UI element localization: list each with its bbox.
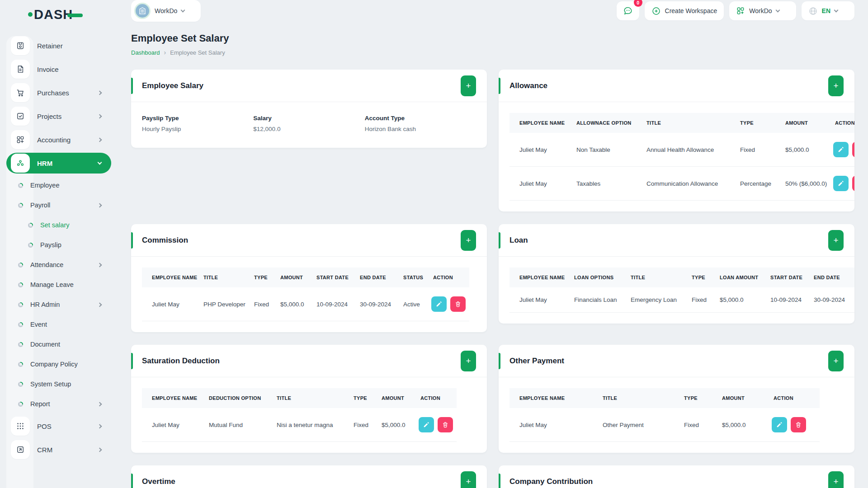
sidebar-item-employee[interactable]: Employee [0,176,111,194]
add-overtime-button[interactable]: + [461,471,476,488]
plus-icon: + [833,236,838,244]
cell: $5,000.0 [714,408,765,442]
table-row: Juliet MayMutual FundNisi a tenetur magn… [142,408,457,442]
edit-button[interactable] [772,417,787,432]
sidebar-item-retainer[interactable]: Retainer [0,35,111,56]
sidebar-item-payroll[interactable]: Payroll [0,196,111,214]
card-header: Commission + [131,224,487,257]
card-company-contribution: Company Contribution + [499,465,854,488]
sidebar-item-event[interactable]: Event [0,315,111,333]
sidebar-item-company-policy[interactable]: Company Policy [0,355,111,373]
language-label: EN [822,7,830,14]
plus-icon: + [466,236,471,244]
workspace-menu-label: WorkDo [749,7,772,14]
workspace-selector[interactable]: WorkDo [131,0,201,22]
sidebar-item-attendance[interactable]: Attendance [0,256,111,274]
sidebar-item-label: Event [30,321,111,328]
add-allowance-button[interactable]: + [828,75,844,96]
grid-plus-icon [736,6,745,15]
sidebar-item-document[interactable]: Document [0,335,111,353]
cell: 10-09-2024 [762,287,806,313]
salary-field: Payslip Type Hourly Payslip [142,115,253,132]
cell: PHP Developer [195,287,246,321]
delete-button[interactable] [791,417,806,432]
delete-button[interactable] [450,296,466,312]
column-header: TYPE [732,113,777,133]
card-header: Employee Salary + [131,70,487,102]
create-workspace-button[interactable]: Create Workspace [645,1,724,20]
sidebar-item-crm[interactable]: CRM [0,439,111,460]
bullet-icon [18,282,23,287]
sidebar-item-purchases[interactable]: Purchases [0,82,111,103]
delete-button[interactable] [852,142,854,157]
add-company-contribution-button[interactable]: + [828,471,844,488]
chevron-right-icon [98,90,102,95]
pencil-icon [435,300,443,308]
sidebar-item-manage-leave[interactable]: Manage Leave [0,276,111,294]
chevron-right-icon [98,263,102,267]
sidebar-item-set-salary[interactable]: Set salary [0,216,111,234]
chevron-right-icon [98,137,102,142]
add-loan-button[interactable]: + [828,230,844,251]
add-other-payment-button[interactable]: + [828,351,844,371]
edit-button[interactable] [833,176,849,191]
chevron-right-icon [98,447,102,452]
sidebar-item-projects[interactable]: Projects [0,106,111,127]
table-row: Juliet MayTaxablesCommunication Allowanc… [509,167,854,201]
card-header: Other Payment + [499,345,854,377]
delete-button[interactable] [438,417,453,432]
commission-table-wrap: EMPLOYEE NAMETITLETYPEAMOUNTSTART DATEEN… [131,257,487,332]
edit-button[interactable] [419,417,434,432]
column-header: END DATE [806,267,854,287]
add-commission-button[interactable]: + [461,230,476,251]
sidebar-item-hr-admin[interactable]: HR Admin [0,296,111,314]
bullet-icon [18,402,23,407]
app-logo[interactable]: DASH [28,7,83,22]
cell: $5,000.0 [777,133,827,167]
chevron-right-icon [98,302,102,307]
cell: 10-09-2024 [308,287,352,321]
breadcrumb-dashboard-link[interactable]: Dashboard [131,49,160,56]
cell: Annual Health Allowance [638,133,732,167]
sidebar-item-label: Payroll [30,202,91,209]
column-header: ALLOWNACE OPTION [568,113,638,133]
sidebar-item-invoice[interactable]: Invoice [0,59,111,80]
sidebar-item-label: Purchases [37,89,91,97]
cell: Taxables [568,167,638,201]
card-header: Company Contribution + [499,465,854,488]
field-value: Hourly Payslip [142,126,253,132]
create-workspace-label: Create Workspace [665,7,717,14]
sidebar-item-label: CRM [37,446,91,454]
sidebar-item-payslip[interactable]: Payslip [0,236,111,254]
saturation-deduction-table: EMPLOYEE NAMEDEDUCTION OPTIONTITLETYPEAM… [142,388,457,442]
sidebar-item-pos[interactable]: POS [0,416,111,436]
sidebar-item-label: Report [30,400,91,408]
language-selector[interactable]: EN [802,1,854,20]
table-row: Juliet MayNon TaxableAnnual Health Allow… [509,133,854,167]
edit-button[interactable] [833,142,849,157]
column-header: ACTION [765,388,820,408]
add-saturation-deduction-button[interactable]: + [461,351,476,371]
sidebar-item-system-setup[interactable]: System Setup [0,375,111,393]
edit-button[interactable] [431,296,447,312]
card-header: Loan + [499,224,854,257]
employee-salary-fields: Payslip Type Hourly PayslipSalary $12,00… [131,102,487,148]
column-header: AMOUNT [272,267,308,287]
delete-button[interactable] [852,176,854,191]
sidebar-item-label: Document [30,341,111,348]
table-row: Juliet MayOther PaymentFixed$5,000.0 [509,408,820,442]
card-saturation-deduction: Saturation Deduction + EMPLOYEE NAMEDEDU… [131,345,487,453]
bullet-icon [18,263,23,267]
bullet-icon [18,322,23,327]
cards-grid: Employee Salary + Payslip Type Hourly Pa… [131,70,854,488]
messages-button[interactable]: 0 [617,1,639,20]
sidebar-item-hrm[interactable]: HRM [6,153,111,174]
chevron-right-icon [98,114,102,118]
sidebar-item-label: Accounting [37,136,91,144]
bullet-icon [28,243,33,248]
add-employee-salary-button[interactable]: + [461,75,476,96]
workspace-menu-button[interactable]: WorkDo [729,1,796,20]
sidebar-item-accounting[interactable]: Accounting [0,129,111,150]
sidebar-item-report[interactable]: Report [0,395,111,413]
plus-icon: + [466,477,471,486]
